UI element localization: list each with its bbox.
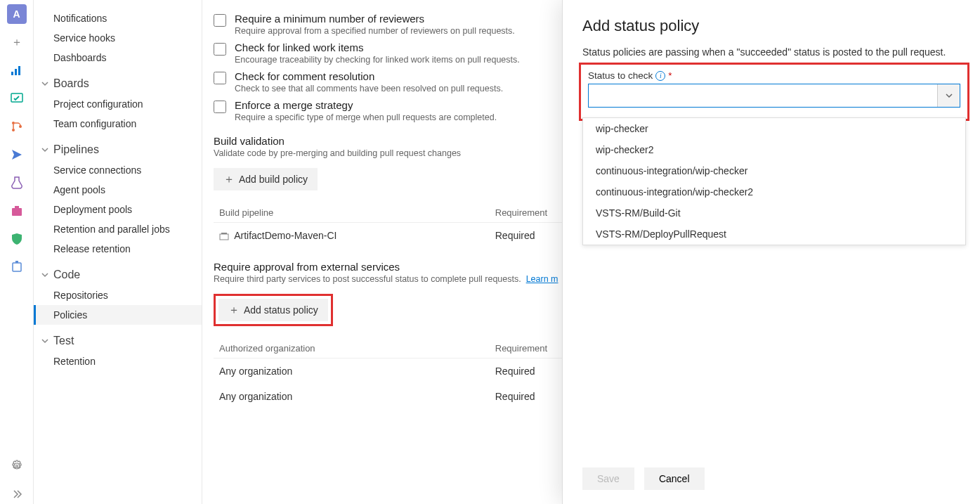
required-marker: * — [668, 70, 672, 81]
add-status-policy-button[interactable]: ＋ Add status policy — [218, 299, 328, 321]
shield-icon[interactable] — [7, 229, 27, 249]
policy-title: Check for linked work items — [235, 41, 520, 53]
nav-item-service-conn[interactable]: Service connections — [34, 160, 202, 180]
chevron-down-icon — [41, 337, 49, 345]
policy-title: Require a minimum number of reviewers — [235, 13, 515, 25]
svg-rect-10 — [15, 261, 18, 263]
nav-item-release-retention[interactable]: Release retention — [34, 239, 202, 259]
policy-desc: Require a specific type of merge when pu… — [235, 112, 497, 122]
policy-title: Check for comment resolution — [235, 70, 503, 82]
nav-group-code[interactable]: Code — [34, 259, 202, 285]
status-option[interactable]: wip-checker — [583, 118, 965, 139]
status-option[interactable]: continuous-integration/wip-checker2 — [583, 181, 965, 202]
nav-item-project-config[interactable]: Project configuration — [34, 94, 202, 114]
nav-group-test[interactable]: Test — [34, 325, 202, 351]
svg-rect-9 — [13, 263, 21, 271]
info-icon[interactable]: i — [655, 71, 665, 81]
panel-desc: Status policies are passing when a "succ… — [582, 46, 966, 58]
nav-item-repositories[interactable]: Repositories — [34, 285, 202, 305]
nav-group-boards[interactable]: Boards — [34, 67, 202, 94]
panel-actions: Save Cancel — [582, 456, 966, 490]
status-combo — [588, 84, 960, 108]
add-build-policy-button[interactable]: ＋ Add build policy — [214, 168, 318, 190]
learn-more-link[interactable]: Learn m — [526, 274, 558, 284]
app-root: A ＋ Notifications Service hooks Dashboar… — [0, 0, 980, 504]
testplans-icon[interactable] — [7, 173, 27, 193]
chevron-down-icon — [41, 146, 49, 154]
svg-rect-7 — [12, 208, 22, 216]
status-option[interactable]: wip-checker2 — [583, 139, 965, 160]
pipeline-icon — [219, 231, 229, 241]
add-status-panel: Add status policy Status policies are pa… — [562, 0, 980, 504]
left-iconrail: A ＋ — [0, 0, 34, 504]
settings-icon[interactable] — [7, 456, 27, 476]
nav-item-team-config[interactable]: Team configuration — [34, 114, 202, 134]
pipelines-icon[interactable] — [7, 145, 27, 164]
expand-icon[interactable] — [7, 484, 27, 504]
policy-desc: Check to see that all comments have been… — [235, 84, 503, 93]
nav-item-deploy-pools[interactable]: Deployment pools — [34, 200, 202, 219]
svg-point-4 — [12, 122, 15, 124]
panel-title: Add status policy — [582, 17, 966, 35]
field-label: Status to check i * — [588, 70, 960, 81]
status-combo-dropdown-button[interactable] — [937, 84, 960, 107]
chevron-down-icon — [945, 91, 953, 100]
svg-rect-0 — [11, 72, 13, 75]
nav-item-servicehooks[interactable]: Service hooks — [34, 28, 202, 48]
extension-icon[interactable] — [7, 257, 27, 277]
chevron-down-icon — [41, 271, 49, 279]
policy-desc: Require approval from a specified number… — [235, 26, 515, 36]
boards-icon[interactable] — [7, 89, 27, 108]
status-option[interactable]: VSTS-RM/DeployPullRequest — [583, 224, 965, 245]
nav-item-notifications[interactable]: Notifications — [34, 8, 202, 28]
avatar[interactable]: A — [7, 4, 27, 24]
nav-group-pipelines[interactable]: Pipelines — [34, 134, 202, 160]
th-pipeline: Build pipeline — [214, 203, 490, 223]
policy-title: Enforce a merge strategy — [235, 99, 497, 111]
save-button[interactable]: Save — [582, 467, 634, 490]
checkbox-linked-items[interactable] — [214, 43, 226, 56]
status-field-highlight: Status to check i * — [582, 66, 966, 117]
settings-nav: Notifications Service hooks Dashboards B… — [34, 0, 202, 504]
checkbox-merge-strategy[interactable] — [214, 101, 226, 113]
svg-rect-1 — [15, 69, 17, 75]
cancel-button[interactable]: Cancel — [644, 467, 705, 490]
status-combo-input[interactable] — [588, 84, 960, 108]
add-icon[interactable]: ＋ — [7, 32, 27, 52]
status-option[interactable]: VSTS-RM/Build-Git — [583, 202, 965, 224]
svg-rect-8 — [15, 206, 19, 208]
th-org: Authorized organization — [214, 339, 490, 358]
svg-rect-2 — [18, 66, 20, 75]
repos-icon[interactable] — [7, 117, 27, 136]
artifacts-icon[interactable] — [7, 201, 27, 221]
nav-item-agent-pools[interactable]: Agent pools — [34, 180, 202, 200]
checkbox-min-reviewers[interactable] — [214, 14, 226, 27]
cell-org: Any organization — [214, 384, 490, 409]
overview-icon[interactable] — [7, 60, 27, 80]
status-dropdown: wip-checker wip-checker2 continuous-inte… — [582, 117, 966, 245]
status-option[interactable]: continuous-integration/wip-checker — [583, 160, 965, 181]
svg-point-5 — [12, 129, 15, 131]
checkbox-comment-res[interactable] — [214, 72, 226, 84]
plus-icon: ＋ — [228, 304, 240, 316]
chevron-down-icon — [41, 79, 49, 88]
cell-org: Any organization — [214, 358, 490, 385]
nav-item-test-retention[interactable]: Retention — [34, 351, 202, 371]
svg-rect-11 — [220, 234, 228, 240]
svg-rect-12 — [221, 233, 227, 234]
cell-pipeline: ArtifactDemo-Maven-CI — [234, 230, 337, 241]
plus-icon: ＋ — [223, 174, 235, 185]
nav-item-retention[interactable]: Retention and parallel jobs — [34, 219, 202, 239]
status-to-check-field: Status to check i * — [588, 70, 960, 108]
nav-item-policies[interactable]: Policies — [34, 305, 202, 325]
policy-desc: Encourage traceability by checking for l… — [235, 55, 520, 65]
nav-item-dashboards[interactable]: Dashboards — [34, 48, 202, 67]
